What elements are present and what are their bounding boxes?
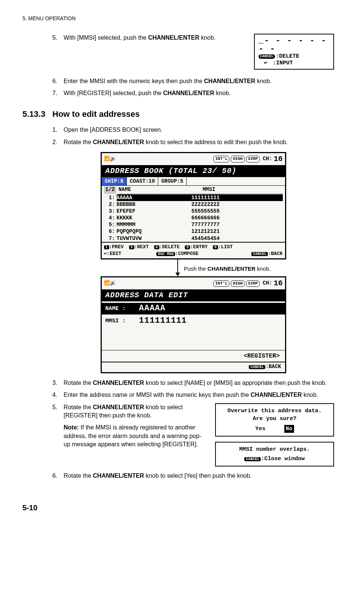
step-num: 5. — [52, 403, 64, 420]
text: Rotate the — [64, 404, 93, 410]
row-mmsi: 666666666 — [192, 215, 283, 221]
row-name: PQPQPQPQ — [117, 228, 192, 235]
ch-label: CH: — [263, 280, 272, 287]
hint-delete: :DELETE — [159, 244, 180, 250]
step-num: 4. — [52, 391, 64, 399]
step-num: 5. — [52, 34, 64, 42]
tab-group[interactable]: GROUP:5 — [158, 177, 187, 185]
key-1: 1 — [104, 245, 109, 249]
signal-icon: 📶🔊 — [104, 156, 116, 162]
simp-tag: SIMP — [246, 280, 260, 287]
address-book-screen: 📶🔊 INT'L HIGH SIMP CH: 16 ADDRESS BOOK (… — [101, 152, 286, 259]
row-name: AAAAA — [117, 194, 192, 201]
popup-line1: MMSI number overlaps. — [220, 446, 329, 453]
overlap-popup: MMSI number overlaps. CANCEL:Close windo… — [215, 442, 334, 466]
text: With [MMSI] selected, push the — [64, 34, 148, 41]
mmsi-input-box: _- - - - - - - - CANCEL :DELETE ↩ :INPUT — [254, 34, 334, 70]
step-num: 7. — [52, 89, 64, 97]
page-number: 5-10 — [22, 502, 334, 513]
text-bold: CHANNEL/ENTER — [93, 139, 144, 145]
address-edit-screen: 📶🔊 INT'L HIGH SIMP CH: 16 ADDRESS DATA E… — [101, 276, 286, 373]
section-heading: 5.13.3 How to edit addresses — [22, 109, 334, 120]
address-row[interactable]: 7:TUVWTUVW454545454 — [102, 235, 285, 242]
row-name: MMMMMM — [117, 221, 192, 228]
text: With [REGISTER] selected, push the — [64, 90, 163, 96]
step-text: Rotate the CHANNEL/ENTER knob to select … — [64, 138, 334, 146]
cancel-key: CANCEL — [249, 365, 265, 369]
name-label: NAME : — [105, 305, 139, 313]
cancel-key: CANCEL — [244, 457, 261, 461]
hint-prev: :PREV — [109, 244, 124, 250]
section-title: How to edit addresses — [52, 109, 140, 120]
cancel-label: :DELETE — [276, 53, 299, 60]
high-tag: HIGH — [231, 156, 244, 162]
col-mmsi: MMSI — [203, 186, 283, 194]
address-row[interactable]: 3:EFEFEF555555555 — [102, 208, 285, 215]
cancel-key: CANCEL — [251, 252, 268, 256]
ch-number: 16 — [273, 154, 282, 164]
step-num: 6. — [52, 77, 64, 85]
text: knob to select [NAME] or [MMSI] as appro… — [144, 380, 327, 386]
name-value: AAAAA — [139, 303, 166, 314]
no-option[interactable]: No — [284, 425, 294, 433]
step-text: Rotate the CHANNEL/ENTER knob to select … — [64, 379, 334, 387]
row-mmsi: 222222222 — [192, 201, 283, 208]
tab-coast[interactable]: COAST:10 — [127, 177, 158, 185]
step-text: Enter the address name or MMSI with the … — [64, 391, 334, 399]
step-text: With [MMSI] selected, push the CHANNEL/E… — [64, 34, 254, 42]
text: knob to select [Yes] then push the knob. — [144, 472, 252, 479]
text: knob. — [255, 78, 272, 84]
row-mmsi: 555555555 — [192, 208, 283, 215]
page-header: 5. MENU OPERATION — [22, 15, 334, 22]
text: Enter the MMSI with the numeric keys the… — [64, 78, 204, 84]
high-tag: HIGH — [231, 280, 244, 287]
hint-back: :BACK — [265, 364, 281, 370]
col-name: NAME — [119, 186, 203, 194]
ch-label: CH: — [263, 155, 272, 163]
popup-line2: Are you sure? — [220, 415, 329, 423]
enter-label: :INPUT — [273, 60, 293, 67]
key-3: 3 — [129, 245, 134, 249]
mmsi-field[interactable]: MMSI : 111111111 — [105, 315, 281, 327]
dsc-key: DSC MSG — [156, 252, 175, 256]
address-row[interactable]: 4:KKKKK666666666 — [102, 215, 285, 221]
signal-icon: 📶🔊 — [104, 280, 116, 287]
text-bold: CHANNEL/ENTER — [204, 78, 255, 84]
step-text: Rotate the CHANNEL/ENTER knob to select … — [64, 472, 334, 480]
popup-close: :Close window — [261, 456, 305, 462]
step-num: 2. — [52, 138, 64, 146]
text-bold: CHANNEL/ENTER — [93, 404, 144, 410]
mmsi-placeholder: _- - - - - - - - — [259, 37, 330, 53]
text-bold: CHANNEL/ENTER — [251, 392, 302, 398]
row-index: 4: — [104, 215, 117, 221]
address-row[interactable]: 2:BBBBBB222222222 — [102, 201, 285, 208]
row-name: TUVWTUVW — [117, 235, 192, 242]
yes-option[interactable]: Yes — [255, 425, 265, 433]
address-row[interactable]: 5:MMMMMM777777777 — [102, 221, 285, 228]
row-name: EFEFEF — [117, 208, 192, 215]
row-index: 6: — [104, 228, 117, 235]
text: Push the — [184, 265, 207, 272]
step-text: Rotate the CHANNEL/ENTER knob to select … — [64, 403, 208, 420]
text-bold: CHANNEL/ENTER — [163, 90, 214, 96]
register-button[interactable]: <REGISTER> — [102, 350, 285, 362]
text: If the MMSI is already registered to ano… — [64, 424, 201, 447]
note-label: Note: — [64, 424, 79, 431]
text: Rotate the — [64, 139, 93, 145]
step-text: Enter the MMSI with the numeric keys the… — [64, 77, 334, 85]
address-row[interactable]: 6:PQPQPQPQ121212121 — [102, 228, 285, 235]
row-mmsi: 121212121 — [192, 228, 283, 235]
row-index: 7: — [104, 235, 117, 242]
text: Enter the address name or MMSI with the … — [64, 392, 251, 398]
hint-back: :BACK — [268, 251, 282, 256]
address-row[interactable]: 1:AAAAA111111111 — [102, 194, 285, 201]
ch-number: 16 — [273, 278, 282, 289]
hint-compose: :COMPOSE — [175, 251, 198, 256]
text-bold: CHANNEL/ENTER — [93, 472, 144, 479]
tab-ship[interactable]: SHIP:8 — [102, 177, 127, 185]
row-name: KKKKK — [117, 215, 192, 221]
row-mmsi: 454545454 — [192, 235, 283, 242]
intl-tag: INT'L — [213, 280, 229, 287]
step-num — [52, 423, 64, 449]
name-field[interactable]: NAME : AAAAA — [102, 303, 285, 314]
